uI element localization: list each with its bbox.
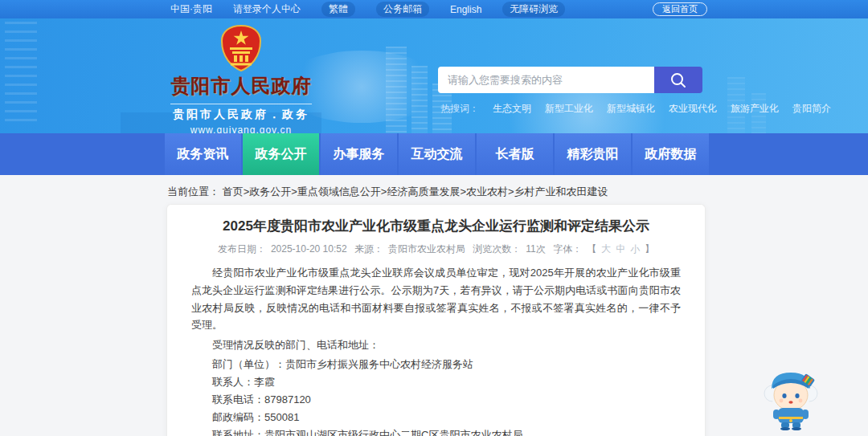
publish-date-value: 2025-10-20 10:52: [271, 243, 347, 255]
source-label: 来源：: [354, 243, 383, 255]
nav-tab-news[interactable]: 政务资讯: [165, 133, 241, 175]
site-banner: 贵阳市人民政府 贵阳市人民政府．政务 www.guiyang.gov.cn 热搜…: [0, 18, 868, 133]
main-navigation: 政务资讯 政务公开 办事服务 互动交流 长者版 精彩贵阳 政府数据: [0, 133, 868, 175]
contact-person: 联系人：李霞: [191, 375, 681, 389]
banner-decoration-left: [5, 22, 37, 126]
logo-divider: [170, 104, 312, 104]
breadcrumb-economy[interactable]: 经济高质量发展: [387, 185, 460, 198]
contact-address: 联系地址：贵阳市观山湖区市级行政中心二期C区贵阳市农业农村局: [191, 428, 681, 436]
article-title: 2025年度贵阳市农业产业化市级重点龙头企业运行监测和评定结果公示: [191, 217, 681, 235]
article-card: 2025年度贵阳市农业产业化市级重点龙头企业运行监测和评定结果公示 发布日期：2…: [166, 204, 706, 436]
font-size-medium[interactable]: 中: [616, 243, 625, 255]
top-utility-bar: 中国·贵阳 请登录个人中心 繁體 公务邮箱 English 无障碍浏览: [0, 0, 868, 18]
search-input[interactable]: [438, 67, 654, 93]
topbar-link-official-mail[interactable]: 公务邮箱: [376, 2, 429, 17]
back-to-home-button[interactable]: 返回首页: [653, 2, 707, 16]
hot-search-item[interactable]: 贵阳简介: [792, 102, 831, 116]
site-subtitle: 贵阳市人民政府．政务: [170, 108, 312, 122]
hot-search-item[interactable]: 农业现代化: [669, 102, 717, 116]
breadcrumb-rural-industry[interactable]: 乡村产业和农田建设: [514, 185, 608, 198]
font-size-bracket-close: 】: [645, 243, 654, 255]
breadcrumb-label: 当前位置：: [167, 185, 219, 198]
hot-search-item[interactable]: 新型工业化: [545, 102, 593, 116]
topbar-link-login[interactable]: 请登录个人中心: [233, 2, 301, 16]
breadcrumb-separator: >: [291, 185, 297, 198]
font-size-bracket-open: 【: [587, 243, 596, 255]
contact-department: 部门（单位）：贵阳市乡村振兴服务中心农村经济服务站: [191, 357, 681, 371]
postal-code: 邮政编码：550081: [191, 410, 681, 424]
nav-tab-gov-data[interactable]: 政府数据: [633, 133, 709, 175]
source-value: 贵阳市农业农村局: [388, 243, 465, 255]
breadcrumb-gov-disclosure[interactable]: 政务公开: [249, 185, 291, 198]
search-button[interactable]: [654, 67, 702, 93]
topbar-link-china-guiyang[interactable]: 中国·贵阳: [170, 2, 212, 16]
mascot-icon: [762, 363, 820, 430]
topbar-link-english[interactable]: English: [450, 4, 481, 15]
hot-search-row: 热搜词： 生态文明 新型工业化 新型城镇化 农业现代化 旅游产业化 贵阳简介: [440, 102, 831, 116]
hot-search-item[interactable]: 新型城镇化: [607, 102, 655, 116]
topbar-link-traditional[interactable]: 繁體: [321, 2, 355, 17]
national-emblem-icon: [220, 25, 262, 71]
nav-tab-senior-version[interactable]: 长者版: [477, 133, 553, 175]
article-paragraph: 经贵阳市农业产业化市级重点龙头企业联席会议成员单位审定，现对2025年开展的农业…: [191, 264, 681, 334]
nav-tab-services[interactable]: 办事服务: [321, 133, 397, 175]
site-url: www.guiyang.gov.cn: [170, 124, 312, 133]
article-paragraph: 受理情况反映的部门、电话和地址：: [191, 338, 681, 352]
contact-phone: 联系电话：87987120: [191, 393, 681, 406]
topbar-link-accessibility[interactable]: 无障碍浏览: [502, 2, 565, 17]
breadcrumb-agriculture[interactable]: 农业农村: [466, 185, 508, 198]
hot-search-item[interactable]: 旅游产业化: [731, 102, 779, 116]
font-size-small[interactable]: 小: [630, 243, 640, 255]
cityscape-building: [411, 66, 428, 133]
breadcrumb-separator: >: [460, 185, 466, 198]
article-meta: 发布日期：2025-10-20 10:52 来源：贵阳市农业农村局 浏览次数：1…: [167, 242, 705, 256]
breadcrumb-home[interactable]: 首页: [223, 185, 244, 198]
font-size-label: 字体：: [553, 243, 582, 255]
page: { "topbar": { "links": ["中国·贵阳", "请登录个人中…: [0, 0, 868, 436]
breadcrumb-key-areas[interactable]: 重点领域信息公开: [297, 185, 381, 198]
site-search: [438, 67, 702, 93]
site-title: 贵阳市人民政府: [170, 73, 312, 99]
views-value: 11次: [526, 243, 545, 255]
nav-tab-interaction[interactable]: 互动交流: [399, 133, 475, 175]
site-logo[interactable]: 贵阳市人民政府 贵阳市人民政府．政务 www.guiyang.gov.cn: [170, 25, 312, 133]
article-body: 经贵阳市农业产业化市级重点龙头企业联席会议成员单位审定，现对2025年开展的农业…: [191, 264, 681, 436]
nav-tab-wonderful-guiyang[interactable]: 精彩贵阳: [555, 133, 631, 175]
search-icon: [669, 71, 687, 89]
hot-search-item[interactable]: 生态文明: [493, 102, 531, 116]
nav-tabs: 政务资讯 政务公开 办事服务 互动交流 长者版 精彩贵阳 政府数据: [165, 133, 709, 175]
breadcrumb-separator: >: [508, 185, 514, 198]
breadcrumb: 当前位置： 首页>政务公开>重点领域信息公开>经济高质量发展>农业农村>乡村产业…: [167, 185, 608, 199]
views-label: 浏览次数：: [473, 243, 521, 255]
font-size-large[interactable]: 大: [601, 243, 611, 255]
cityscape-building: [386, 47, 407, 133]
hot-search-label: 热搜词：: [440, 102, 479, 116]
publish-date-label: 发布日期：: [218, 243, 266, 255]
guiyang-mascot[interactable]: [762, 363, 820, 434]
nav-tab-gov-disclosure[interactable]: 政务公开: [243, 133, 319, 175]
